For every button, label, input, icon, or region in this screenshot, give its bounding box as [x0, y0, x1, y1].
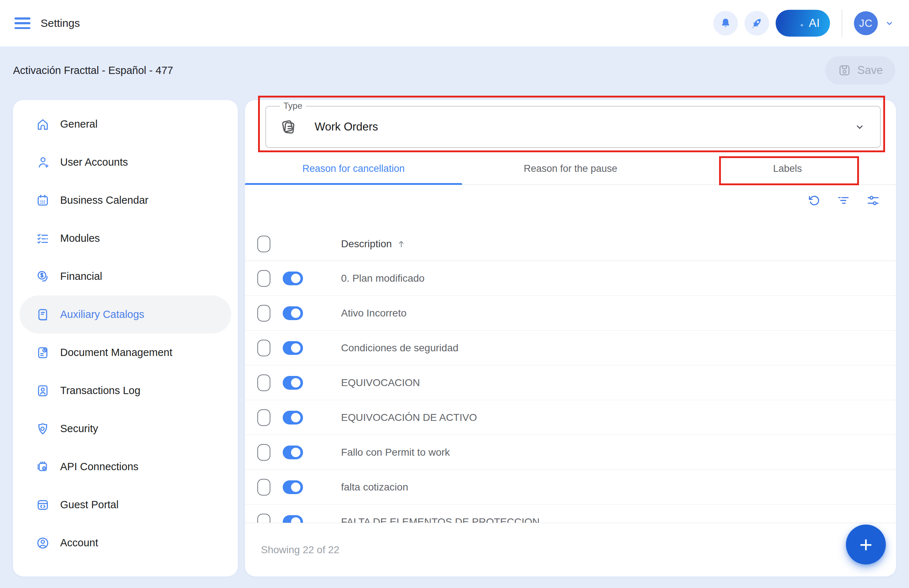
tab-labels[interactable]: Labels [679, 153, 896, 184]
table-header-row: Description [245, 227, 896, 261]
row-description: FALTA DE ELEMENTOS DE PROTECCION [341, 516, 540, 523]
row-checkbox[interactable] [257, 375, 270, 391]
save-floppy-icon [838, 63, 851, 77]
sidebar-item-modules[interactable]: Modules [13, 219, 238, 257]
table-footer: Showing 22 of 22 [245, 523, 896, 577]
user-add-icon [36, 155, 50, 170]
row-checkbox[interactable] [257, 409, 270, 426]
header-actions: ✦ AI JC [713, 10, 894, 37]
row-checkbox[interactable] [257, 479, 270, 496]
select-all-checkbox[interactable] [257, 236, 270, 252]
row-checkbox[interactable] [257, 444, 270, 461]
sidebar-item-label: Auxiliary Catalogs [60, 309, 144, 320]
sidebar-item-account[interactable]: Account [13, 524, 238, 562]
filter-icon[interactable] [836, 194, 850, 207]
row-description: Fallo con Permit to work [341, 447, 450, 458]
enabled-toggle[interactable] [283, 341, 303, 355]
row-checkbox[interactable] [257, 514, 270, 523]
row-count-status: Showing 22 of 22 [261, 544, 339, 556]
row-checkbox[interactable] [257, 340, 270, 356]
save-button[interactable]: Save [825, 56, 895, 84]
sidebar-item-general[interactable]: General [13, 105, 238, 143]
account-icon [36, 536, 50, 550]
sparkle-icon: ✦ [799, 22, 804, 29]
ai-label: AI [809, 17, 820, 30]
description-column-header[interactable]: Description [341, 238, 406, 250]
table-row[interactable]: EQUIVOCACION [245, 365, 896, 400]
settings-sidebar: GeneralUser AccountsBusiness CalendarMod… [13, 100, 238, 577]
sidebar-item-business-calendar[interactable]: Business Calendar [13, 181, 238, 219]
rocket-icon [749, 16, 764, 31]
enabled-toggle[interactable] [283, 515, 303, 523]
header-divider [841, 10, 842, 37]
row-description: Condiciones de seguridad [341, 342, 459, 354]
sidebar-item-label: Guest Portal [60, 499, 118, 511]
description-column-label: Description [341, 238, 392, 250]
home-icon [36, 117, 50, 132]
auxiliary-catalogs-panel: Type Work Orders Reason for cancellation… [245, 100, 896, 577]
row-checkbox[interactable] [257, 270, 270, 287]
financial-icon [36, 269, 50, 284]
type-select-label: Type [280, 101, 306, 111]
sidebar-item-auxiliary-catalogs[interactable]: Auxiliary Catalogs [19, 296, 231, 333]
api-icon [36, 460, 50, 474]
menu-icon[interactable] [15, 18, 31, 29]
sidebar-item-api-connections[interactable]: API Connections [13, 448, 238, 486]
row-checkbox[interactable] [257, 305, 270, 321]
table-toolbar [807, 194, 880, 207]
table-row[interactable]: Fallo con Permit to work [245, 435, 896, 470]
catalogs-icon [36, 307, 50, 322]
refresh-icon[interactable] [807, 194, 820, 207]
breadcrumb: Activación Fracttal - Español - 477 [13, 65, 173, 76]
enabled-toggle[interactable] [283, 271, 303, 285]
transactions-icon [36, 384, 50, 398]
table-row[interactable]: Condiciones de seguridad [245, 331, 896, 365]
row-description: falta cotizacion [341, 481, 408, 493]
enabled-toggle[interactable] [283, 411, 303, 425]
top-bar: Settings [0, 0, 909, 47]
notifications-icon [719, 17, 732, 30]
enabled-toggle[interactable] [283, 376, 303, 390]
tab-reason-for-the-pause[interactable]: Reason for the pause [462, 153, 679, 184]
save-label: Save [857, 64, 883, 77]
chevron-down-icon [854, 121, 865, 132]
user-menu-chevron-icon[interactable] [884, 18, 894, 28]
sidebar-list: GeneralUser AccountsBusiness CalendarMod… [13, 105, 238, 562]
sidebar-item-label: API Connections [60, 461, 139, 473]
type-select[interactable]: Type Work Orders [265, 106, 881, 148]
sidebar-item-label: Transactions Log [60, 384, 140, 397]
table-row[interactable]: FALTA DE ELEMENTOS DE PROTECCION [245, 505, 896, 523]
sidebar-item-financial[interactable]: Financial [13, 257, 238, 296]
display-settings-icon[interactable] [866, 194, 880, 207]
calendar-icon [36, 193, 50, 208]
sidebar-item-label: Account [60, 537, 98, 549]
notifications-button[interactable] [713, 11, 738, 36]
rocket-button[interactable] [744, 11, 769, 36]
sidebar-item-guest-portal[interactable]: Guest Portal [13, 486, 238, 524]
sidebar-item-document-management[interactable]: Document Management [13, 333, 238, 372]
enabled-toggle[interactable] [283, 446, 303, 459]
table-row[interactable]: 0. Plan modificado [245, 261, 896, 296]
enabled-toggle[interactable] [283, 306, 303, 320]
ai-assistant-button[interactable]: ✦ AI [776, 10, 830, 37]
sort-ascending-icon [396, 239, 406, 249]
enabled-toggle[interactable] [283, 480, 303, 494]
sidebar-item-label: User Accounts [60, 156, 128, 168]
table-row[interactable]: Ativo Incorreto [245, 296, 896, 331]
page-title: Settings [40, 17, 80, 29]
tab-reason-for-cancellation[interactable]: Reason for cancellation [245, 153, 462, 184]
row-description: 0. Plan modificado [341, 273, 425, 284]
row-description: EQUIVOCACIÓN DE ACTIVO [341, 412, 477, 423]
table-row[interactable]: falta cotizacion [245, 470, 896, 505]
table-row[interactable]: EQUIVOCACIÓN DE ACTIVO [245, 400, 896, 435]
sidebar-item-user-accounts[interactable]: User Accounts [13, 143, 238, 181]
user-avatar[interactable]: JC [854, 11, 878, 35]
sidebar-item-security[interactable]: Security [13, 410, 238, 448]
table-body: 0. Plan modificadoAtivo IncorretoCondici… [245, 261, 896, 523]
sidebar-item-label: General [60, 118, 97, 130]
work-orders-icon [279, 118, 298, 136]
add-item-fab[interactable]: + [846, 525, 886, 564]
row-description: EQUIVOCACION [341, 377, 420, 389]
sidebar-item-transactions-log[interactable]: Transactions Log [13, 372, 238, 410]
security-icon [36, 422, 50, 436]
